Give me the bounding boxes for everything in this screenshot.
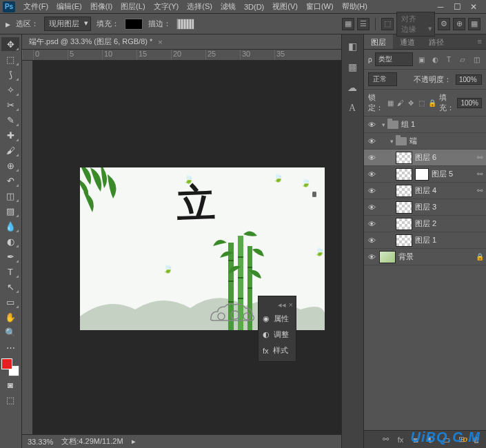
foreground-color[interactable] — [1, 358, 12, 369]
layer-row[interactable]: 👁图层 4⚯ — [364, 183, 486, 199]
lock-transparent-icon[interactable]: ▦ — [387, 97, 394, 108]
layer-thumbnail[interactable] — [396, 201, 412, 214]
stamp-tool[interactable]: ⊕ — [1, 159, 19, 172]
zoom-tool[interactable]: 🔍 — [1, 325, 19, 339]
layer-row[interactable]: 👁图层 3 — [364, 199, 486, 216]
lock-all-icon[interactable]: 🔒 — [428, 97, 436, 108]
layer-row[interactable]: 👁▾端 — [364, 133, 486, 150]
window-close[interactable]: ✕ — [469, 3, 478, 11]
quickmask-tool[interactable]: ◙ — [1, 378, 19, 391]
eyedropper-tool[interactable]: ✎ — [1, 113, 19, 127]
shape-tool[interactable]: ▭ — [1, 295, 19, 309]
screenmode-tool[interactable]: ⬚ — [1, 393, 19, 407]
layer-name[interactable]: 图层 6 — [415, 152, 474, 163]
opt-grid-icon[interactable]: ▦ — [468, 18, 480, 30]
history-brush-tool[interactable]: ↶ — [1, 174, 19, 187]
blur-tool[interactable]: 💧 — [1, 219, 19, 233]
link-layers-button[interactable]: ⚯ — [378, 433, 392, 447]
crop-tool[interactable]: ✂ — [1, 98, 19, 112]
tab-paths[interactable]: 路径 — [422, 34, 451, 49]
status-arrow-icon[interactable]: ▸ — [132, 437, 136, 446]
layer-name[interactable]: 图层 2 — [415, 218, 486, 229]
marquee-tool[interactable]: ⬚ — [1, 52, 19, 66]
visibility-toggle[interactable]: 👁 — [364, 170, 379, 179]
layer-fx-button[interactable]: fx — [394, 433, 407, 447]
lock-pixels-icon[interactable]: 🖌 — [397, 97, 405, 108]
properties-tab[interactable]: ◉属性 — [259, 311, 296, 327]
character-panel-icon[interactable]: A — [343, 101, 361, 116]
filter-type-icon[interactable]: T — [443, 54, 454, 65]
visibility-toggle[interactable]: 👁 — [364, 236, 379, 245]
tab-channels[interactable]: 通道 — [393, 34, 422, 49]
fill-input[interactable]: 100% — [457, 98, 482, 108]
lock-artboard-icon[interactable]: ⬚ — [418, 97, 425, 108]
opt-align-edges[interactable]: 对齐边缘 — [396, 12, 435, 37]
filter-kind-dropdown[interactable]: 类型 — [375, 52, 413, 66]
layer-thumbnail[interactable] — [396, 185, 412, 197]
opt-gear-icon[interactable]: ⚙ — [438, 18, 450, 30]
layer-name[interactable]: 图层 3 — [415, 202, 486, 212]
visibility-toggle[interactable]: 👁 — [364, 154, 379, 162]
lasso-tool[interactable]: ⟆ — [1, 68, 19, 81]
panel-close-icon[interactable]: × — [289, 301, 293, 309]
brush-tool[interactable]: 🖌 — [1, 143, 19, 157]
visibility-toggle[interactable]: 👁 — [364, 203, 379, 212]
layer-row[interactable]: 👁▾组 1 — [364, 116, 486, 133]
tab-layers[interactable]: 图层 — [364, 34, 393, 49]
group-arrow-icon[interactable]: ▾ — [379, 121, 387, 128]
document-tab[interactable]: 端午.psd @ 33.3% (图层 6, RGB/8) * × — [22, 34, 341, 50]
layer-thumbnail[interactable] — [379, 251, 396, 263]
layer-row[interactable]: 👁背景🔒 — [364, 249, 486, 265]
menu-file[interactable]: 文件(F) — [19, 0, 52, 13]
layer-row[interactable]: 👁图层 2 — [364, 216, 486, 232]
panel-menu-icon[interactable]: ≡ — [474, 34, 486, 49]
zoom-level[interactable]: 33.33% — [28, 438, 53, 446]
opt-fill-swatch[interactable] — [125, 19, 143, 30]
move-tool[interactable]: ✥ — [1, 37, 19, 51]
opt-select-dropdown[interactable]: 现用图层 — [44, 17, 91, 31]
layer-name[interactable]: 组 1 — [401, 119, 486, 130]
path-select-tool[interactable]: ↖ — [1, 280, 19, 294]
opt-search-icon[interactable]: ⊕ — [453, 18, 465, 30]
opt-dist-icon[interactable]: ☰ — [357, 18, 369, 30]
visibility-toggle[interactable]: 👁 — [364, 137, 379, 145]
layer-name[interactable]: 端 — [409, 136, 486, 146]
visibility-toggle[interactable]: 👁 — [364, 121, 379, 129]
opt-align-icon[interactable]: ▦ — [342, 18, 354, 30]
window-minimize[interactable]: ─ — [436, 3, 445, 11]
layer-name[interactable]: 图层 5 — [432, 169, 474, 179]
layer-name[interactable]: 图层 1 — [415, 235, 486, 245]
window-maximize[interactable]: ☐ — [453, 3, 461, 11]
layer-row[interactable]: 👁图层 5⚯ — [364, 166, 486, 183]
group-arrow-icon[interactable]: ▾ — [387, 138, 396, 145]
edit-toolbar[interactable]: ⋯ — [1, 340, 19, 354]
menu-type[interactable]: 文字(Y) — [150, 0, 183, 13]
layer-thumbnail[interactable] — [396, 168, 412, 181]
lock-position-icon[interactable]: ✥ — [407, 97, 415, 108]
layer-thumbnail[interactable] — [396, 152, 412, 164]
blend-mode-dropdown[interactable]: 正常 — [368, 72, 397, 86]
layer-thumbnail[interactable] — [396, 234, 412, 247]
adjustments-tab[interactable]: ◐调整 — [259, 327, 296, 343]
layer-row[interactable]: 👁图层 6⚯ — [364, 150, 486, 166]
opt-stroke-swatch[interactable] — [176, 19, 194, 30]
opacity-input[interactable]: 100% — [456, 74, 482, 85]
close-tab-icon[interactable]: × — [158, 38, 162, 46]
layer-mask-thumbnail[interactable] — [415, 168, 429, 181]
color-swatches[interactable] — [1, 358, 19, 376]
menu-select[interactable]: 选择(S) — [183, 0, 216, 13]
filter-smart-icon[interactable]: ◫ — [471, 54, 482, 65]
pen-tool[interactable]: ✒ — [1, 250, 19, 263]
wand-tool[interactable]: ✧ — [1, 83, 19, 96]
canvas[interactable]: 🍃 🍃 🍃 🍃 🍃 立 端午节为每年农历五月初五 又称端阳节午日节五月节 — [33, 61, 341, 434]
filter-pixel-icon[interactable]: ▣ — [416, 54, 427, 65]
libraries-panel-icon[interactable]: ☁ — [343, 80, 361, 95]
layer-row[interactable]: 👁图层 1 — [364, 232, 486, 249]
menu-image[interactable]: 图像(I) — [86, 0, 117, 13]
menu-view[interactable]: 视图(V) — [268, 0, 302, 13]
layer-thumbnail[interactable] — [396, 218, 412, 230]
hand-tool[interactable]: ✋ — [1, 310, 19, 324]
type-tool[interactable]: T — [1, 265, 19, 278]
swatches-panel-icon[interactable]: ▦ — [343, 59, 361, 74]
visibility-toggle[interactable]: 👁 — [364, 220, 379, 228]
